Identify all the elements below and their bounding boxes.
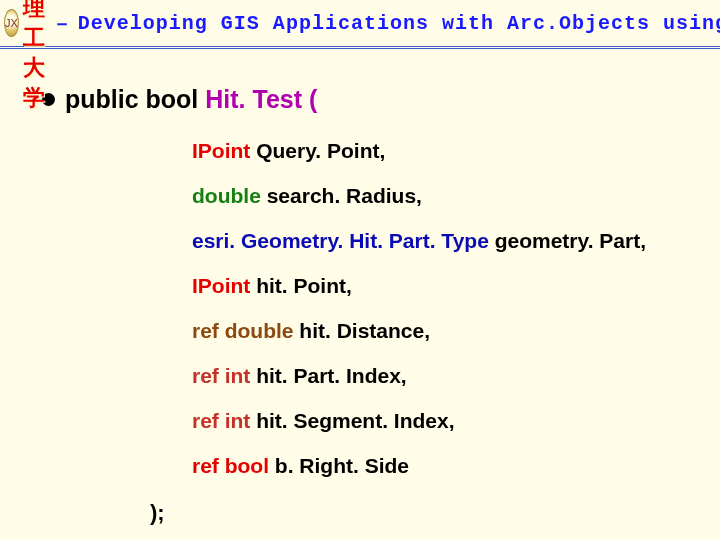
university-logo-icon: JX xyxy=(4,9,19,37)
parameter-type: double xyxy=(192,184,267,207)
parameter-type: ref bool xyxy=(192,454,275,477)
parameter-name: geometry. Part, xyxy=(495,229,646,252)
header-separator: － xyxy=(52,10,72,37)
university-name: 江西理工大学 xyxy=(23,0,46,113)
parameter-row: double search. Radius, xyxy=(192,185,720,206)
parameter-type: esri. Geometry. Hit. Part. Type xyxy=(192,229,495,252)
parameter-list: IPoint Query. Point,double search. Radiu… xyxy=(192,140,720,476)
method-name: Hit. Test ( xyxy=(205,85,317,113)
parameter-type: IPoint xyxy=(192,139,256,162)
parameter-name: Query. Point, xyxy=(256,139,385,162)
parameter-type: ref int xyxy=(192,409,256,432)
parameter-name: hit. Distance, xyxy=(299,319,430,342)
method-signature-line: public bool Hit. Test ( xyxy=(42,85,720,114)
parameter-row: IPoint hit. Point, xyxy=(192,275,720,296)
parameter-name: hit. Part. Index, xyxy=(256,364,407,387)
parameter-type: IPoint xyxy=(192,274,256,297)
parameter-type: ref double xyxy=(192,319,299,342)
parameter-row: ref double hit. Distance, xyxy=(192,320,720,341)
parameter-row: ref int hit. Part. Index, xyxy=(192,365,720,386)
course-subtitle: Developing GIS Applications with Arc.Obj… xyxy=(78,12,720,35)
logo-text: JX xyxy=(5,17,18,29)
parameter-name: hit. Point, xyxy=(256,274,352,297)
slide-body: public bool Hit. Test ( IPoint Query. Po… xyxy=(0,49,720,526)
parameter-row: ref bool b. Right. Side xyxy=(192,455,720,476)
method-modifiers: public bool xyxy=(65,85,198,113)
slide-header: JX 江西理工大学 － Developing GIS Applications … xyxy=(0,0,720,49)
parameter-name: search. Radius, xyxy=(267,184,422,207)
parameter-name: b. Right. Side xyxy=(275,454,409,477)
parameter-type: ref int xyxy=(192,364,256,387)
parameter-row: esri. Geometry. Hit. Part. Type geometry… xyxy=(192,230,720,251)
parameter-row: IPoint Query. Point, xyxy=(192,140,720,161)
parameter-name: hit. Segment. Index, xyxy=(256,409,454,432)
method-closing: ); xyxy=(150,500,720,526)
parameter-row: ref int hit. Segment. Index, xyxy=(192,410,720,431)
